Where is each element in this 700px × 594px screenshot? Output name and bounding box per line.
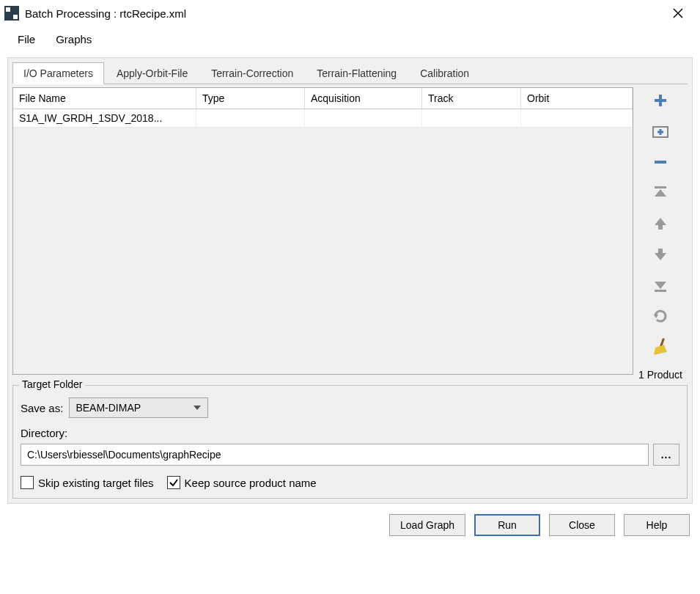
tab-io-parameters[interactable]: I/O Parameters [12,62,104,84]
svg-marker-12 [655,189,666,197]
svg-marker-15 [655,282,666,289]
dialog-buttons: Load Graph Run Close Help [7,504,693,536]
skip-existing-checkbox[interactable] [21,476,34,489]
col-track[interactable]: Track [422,88,521,109]
svg-marker-14 [655,249,666,260]
cell-track [422,109,521,127]
cell-filename: S1A_IW_GRDH_1SDV_2018... [13,109,196,127]
main-panel: I/O Parameters Apply-Orbit-File Terrain-… [7,57,693,504]
directory-input[interactable] [21,444,649,466]
arrow-top-icon [652,185,668,201]
col-filename[interactable]: File Name [13,88,196,109]
close-button[interactable]: Close [549,514,615,536]
menubar: File Graphs [0,26,700,51]
tab-terrain-flattening[interactable]: Terrain-Flattening [306,62,408,84]
save-as-label: Save as: [21,402,63,414]
chevron-down-icon [193,405,202,411]
svg-rect-2 [13,15,18,19]
add-file-button[interactable] [650,90,671,111]
col-acquisition[interactable]: Acquisition [305,88,422,109]
save-as-value: BEAM-DIMAP [75,402,141,414]
svg-marker-20 [194,406,201,410]
window-close-button[interactable] [663,2,693,24]
move-top-button[interactable] [650,183,671,203]
cell-acquisition [305,109,422,127]
move-up-button[interactable] [650,213,671,234]
tab-terrain-correction[interactable]: Terrain-Correction [200,62,304,84]
arrow-bottom-icon [652,277,668,293]
move-down-button[interactable] [650,244,671,265]
menu-file[interactable]: File [7,29,45,50]
browse-button[interactable]: ... [653,444,679,466]
app-icon [4,6,19,21]
tab-apply-orbit-file[interactable]: Apply-Orbit-File [106,62,199,84]
help-button[interactable]: Help [624,514,690,536]
svg-marker-19 [654,345,667,355]
plus-icon [652,92,668,109]
keep-source-label: Keep source product name [185,477,317,489]
arrow-up-icon [652,216,668,232]
side-toolbar: 1 Product [633,87,688,381]
folder-plus-icon [652,122,669,140]
menu-graphs[interactable]: Graphs [45,29,102,50]
product-count: 1 Product [638,369,682,381]
skip-existing-label: Skip existing target files [38,477,154,489]
svg-rect-16 [655,290,666,292]
remove-file-button[interactable] [650,152,671,172]
svg-marker-17 [654,315,658,318]
file-table: File Name Type Acquisition Track Orbit S… [12,87,633,375]
check-icon [169,477,179,488]
close-icon [673,8,683,18]
window-title: Batch Processing : rtcRecipe.xml [25,7,663,20]
load-graph-button[interactable]: Load Graph [389,514,465,536]
move-bottom-button[interactable] [650,275,671,296]
save-as-select[interactable]: BEAM-DIMAP [69,397,208,418]
titlebar: Batch Processing : rtcRecipe.xml [0,0,700,26]
cell-type [196,109,305,127]
add-folder-button[interactable] [650,121,671,142]
cell-orbit [521,109,633,127]
target-folder-legend: Target Folder [19,378,85,390]
svg-rect-1 [6,7,10,12]
table-row[interactable]: S1A_IW_GRDH_1SDV_2018... [13,109,633,128]
tab-calibration[interactable]: Calibration [409,62,480,84]
refresh-button[interactable] [650,306,671,326]
run-button[interactable]: Run [474,514,540,536]
col-type[interactable]: Type [196,88,305,109]
tab-strip: I/O Parameters Apply-Orbit-File Terrain-… [12,62,688,84]
svg-rect-11 [655,186,666,188]
col-orbit[interactable]: Orbit [521,88,633,109]
directory-label: Directory: [21,427,67,439]
svg-marker-13 [655,218,666,230]
table-header: File Name Type Acquisition Track Orbit [13,88,633,109]
minus-icon [652,154,668,170]
refresh-icon [652,308,668,324]
clear-button[interactable] [650,337,671,357]
arrow-down-icon [652,246,668,263]
keep-source-checkbox[interactable] [167,476,180,489]
broom-icon [652,337,668,356]
target-folder-group: Target Folder Save as: BEAM-DIMAP Direct… [12,385,688,499]
